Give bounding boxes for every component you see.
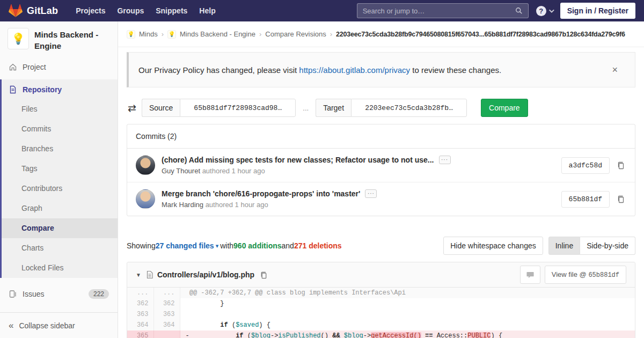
diff-line-code: @@ -362,7 +362,7 @@ class blog implement… (180, 288, 635, 298)
commit-sha[interactable]: 65b881df (561, 191, 610, 208)
sidebar-item-repository[interactable]: Repository (2, 79, 118, 99)
swap-revisions-icon[interactable]: ⇄ (127, 103, 142, 113)
avatar[interactable] (136, 156, 155, 175)
commit-title[interactable]: (chore) Add missing spec tests for new c… (162, 156, 434, 164)
minds-avatar: 💡 (167, 30, 176, 39)
navbar-right: ? Sign in / Register (357, 3, 635, 19)
chevron-right-icon: › (259, 30, 261, 38)
diff-mode-toggle: Inline Side-by-side (548, 237, 635, 255)
double-chevron-left-icon: « (9, 321, 13, 330)
nav-link-groups[interactable]: Groups (111, 0, 150, 21)
document-icon (9, 85, 17, 94)
diff-line: 363 363 (127, 309, 635, 320)
commits-panel-title: Commits (2) (127, 124, 635, 149)
project-avatar: 💡 (8, 28, 29, 49)
compare-button[interactable]: Compare (481, 99, 528, 117)
target-input[interactable] (351, 99, 467, 117)
source-input[interactable] (180, 99, 296, 117)
caret-down-icon: ▾ (216, 243, 219, 249)
search-icon (515, 7, 523, 14)
left-sidebar: 💡 Minds Backend - Engine Project Reposit… (0, 21, 118, 338)
search-box[interactable] (357, 3, 529, 18)
diff-line: 364 364 if ($saved) { (127, 320, 635, 330)
copy-sha-icon[interactable] (616, 160, 626, 171)
commit-sha[interactable]: a3dfc58d (561, 157, 610, 174)
search-input[interactable] (363, 7, 515, 15)
new-line-number[interactable]: 363 (153, 309, 180, 320)
gitlab-wordmark: GitLab (27, 5, 58, 17)
diff-table: ... ... @@ -362,7 +362,7 @@ class blog i… (127, 288, 635, 338)
old-line-number[interactable]: ... (127, 288, 153, 298)
close-icon[interactable]: × (604, 65, 625, 75)
additions-count: 960 additions (233, 241, 281, 250)
copy-file-path-icon[interactable] (259, 270, 269, 280)
side-by-side-toggle-button[interactable]: Side-by-side (580, 237, 635, 255)
breadcrumb-current: 2203eec73c5cda3b28fb9c79465080815f657043… (336, 31, 625, 38)
sidebar-item-project[interactable]: Project (0, 57, 118, 77)
home-icon (9, 63, 17, 71)
sign-in-register-button[interactable]: Sign in / Register (560, 3, 635, 19)
top-navbar: GitLab ProjectsGroupsSnippetsHelp ? Sign… (0, 0, 644, 21)
sidebar-item-commits[interactable]: Commits (2, 119, 118, 139)
old-line-number[interactable]: 363 (127, 309, 153, 320)
nav-link-projects[interactable]: Projects (70, 0, 111, 21)
sidebar-repo-subitems: FilesCommitsBranchesTagsContributorsGrap… (2, 99, 118, 278)
commit-byline: Guy Thouret authored 1 hour ago (162, 167, 561, 175)
commit-toggle-ellipsis-icon[interactable]: ··· (365, 189, 377, 198)
minds-avatar: 💡 (127, 30, 135, 39)
privacy-policy-link[interactable]: https://about.gitlab.com/privacy (299, 65, 410, 75)
new-line-number[interactable]: 362 (153, 298, 180, 309)
sidebar-item-charts[interactable]: Charts (2, 238, 118, 258)
sidebar-item-tags[interactable]: Tags (2, 159, 118, 179)
commits-panel: Commits (2) (chore) Add missing spec tes… (127, 124, 635, 216)
target-label: Target (316, 99, 351, 117)
source-ref-group: Source (142, 99, 296, 117)
commit-author[interactable]: Guy Thouret (162, 167, 200, 175)
sidebar-item-locked-files[interactable]: Locked Files (2, 258, 118, 278)
banner-text: Our Privacy Policy has changed, please v… (138, 65, 501, 75)
sidebar-item-compare[interactable]: Compare (2, 218, 118, 238)
help-menu[interactable]: ? (536, 6, 553, 16)
chevron-right-icon: › (162, 30, 164, 38)
inline-toggle-button[interactable]: Inline (548, 237, 580, 255)
avatar[interactable] (136, 189, 155, 209)
sidebar-item-graph[interactable]: Graph (2, 199, 118, 218)
old-line-number[interactable]: 364 (127, 320, 153, 330)
collapse-sidebar-button[interactable]: « Collapse sidebar (0, 312, 118, 338)
breadcrumb-link[interactable]: Compare Revisions (265, 30, 326, 38)
comment-icon[interactable] (520, 266, 540, 284)
nav-link-snippets[interactable]: Snippets (150, 0, 193, 21)
sidebar-item-contributors[interactable]: Contributors (2, 179, 118, 199)
sidebar-item-issues[interactable]: Issues 222 (0, 284, 118, 304)
nav-link-help[interactable]: Help (193, 0, 221, 21)
diff-line-code: - if ($blog->isPublished() && $blog->get… (180, 330, 635, 338)
commit-author[interactable]: Mark Harding (162, 201, 203, 209)
breadcrumb-link[interactable]: Minds Backend - Engine (180, 30, 255, 38)
target-ref-group: Target (316, 99, 467, 117)
sidebar-item-files[interactable]: Files (2, 99, 118, 119)
changed-files-link[interactable]: 27 changed files (156, 241, 214, 250)
hide-whitespace-button[interactable]: Hide whitespace changes (443, 237, 543, 255)
view-file-button[interactable]: View file @ 65b881df (545, 266, 626, 284)
gitlab-logo[interactable]: GitLab (9, 4, 58, 18)
collapse-diff-icon[interactable]: ▼ (136, 272, 141, 278)
diff-file-panel: ▼ Controllers/api/v1/blog.php (127, 262, 635, 338)
diff-summary-bar: Showing 27 changed files ▾ with 960 addi… (127, 237, 635, 255)
chevron-down-icon (549, 8, 554, 13)
new-line-number[interactable]: 364 (153, 320, 180, 330)
gitlab-tanuki-icon (9, 4, 23, 18)
commit-toggle-ellipsis-icon[interactable]: ··· (439, 156, 451, 164)
sidebar-item-branches[interactable]: Branches (2, 139, 118, 159)
issues-icon (9, 290, 17, 298)
diff-file-path[interactable]: Controllers/api/v1/blog.php (157, 270, 254, 279)
old-line-number[interactable]: 365 (127, 330, 153, 338)
main-content: 💡Minds›💡Minds Backend - Engine›Compare R… (118, 21, 644, 338)
breadcrumb-link[interactable]: Minds (139, 30, 158, 38)
sidebar-project-header[interactable]: 💡 Minds Backend - Engine (0, 21, 118, 57)
copy-sha-icon[interactable] (616, 194, 626, 204)
old-line-number[interactable]: 362 (127, 298, 153, 309)
new-line-number[interactable]: ... (153, 288, 180, 298)
commit-title[interactable]: Merge branch 'chore/616-propogate-props'… (162, 189, 360, 198)
new-line-number[interactable] (153, 330, 180, 338)
diff-file-header: ▼ Controllers/api/v1/blog.php (127, 262, 635, 288)
